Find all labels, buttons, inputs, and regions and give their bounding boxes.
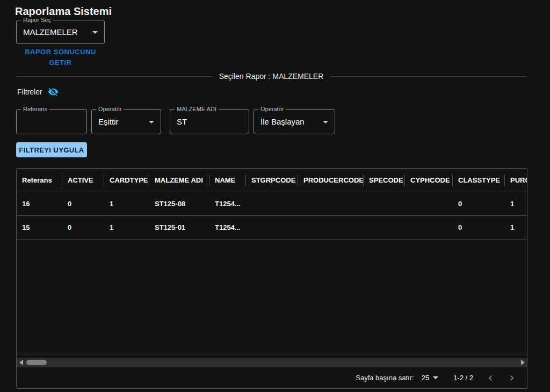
table-cell: 0 [62, 215, 104, 239]
filter-input-referans[interactable]: Referans [16, 109, 87, 134]
table-cell [298, 215, 364, 239]
column-header-active[interactable]: ACTIVE [62, 169, 104, 192]
column-header-cyphcode[interactable]: CYPHCODE [405, 169, 453, 192]
fetch-report-button[interactable]: RAPOR SONUCUNU GETIR [16, 47, 105, 68]
filter-operator-1-label: Operatör [96, 106, 124, 113]
table-cell: T1254... [209, 192, 246, 215]
filter-input-malzeme-adi[interactable]: MALZEME ADI ST [170, 109, 249, 134]
column-header-classtype[interactable]: CLASSTYPE [453, 169, 505, 192]
fetch-report-label-line1: RAPOR SONUCUNU [16, 47, 105, 57]
rows-per-page-select[interactable]: 25 [422, 374, 438, 382]
divider-line-right [330, 76, 526, 77]
filter-malzeme-adi-value: ST [170, 117, 187, 126]
table-cell: 15 [17, 215, 62, 239]
table-cell: 0 [453, 192, 505, 215]
rows-per-page-value: 25 [422, 374, 429, 382]
filter-operator-2-value: İle Başlayan [254, 117, 305, 126]
caret-down-icon [433, 376, 438, 379]
filter-operator-1-value: Eşittir [92, 117, 119, 126]
horizontal-scrollbar [17, 354, 527, 367]
filter-referans-label: Referans [21, 106, 49, 113]
table-cell: ST125-08 [149, 192, 209, 215]
filter-operator-select-1[interactable]: Operatör Eşittir [91, 109, 161, 134]
table-cell [405, 215, 453, 239]
column-header-malzeme-adi[interactable]: MALZEME ADI [149, 169, 209, 192]
selected-report-divider: Seçilen Rapor : MALZEMELER [16, 72, 526, 81]
report-select-label: Rapor Seç [21, 17, 53, 24]
column-header-purc[interactable]: PURC [505, 169, 527, 192]
scroll-right-button[interactable] [519, 360, 526, 365]
page-title: Raporlama Sistemi [15, 5, 112, 18]
caret-down-icon [323, 121, 328, 124]
pagination-nav [484, 372, 518, 384]
table-cell [246, 215, 298, 239]
filter-operator-select-2[interactable]: Operatör İle Başlayan [254, 109, 335, 134]
table-cell: 1 [104, 192, 149, 215]
report-select-value: MALZEMELER [17, 27, 78, 37]
filter-malzeme-adi-label: MALZEME ADI [175, 106, 219, 113]
column-header-cardtype[interactable]: CARDTYPE [104, 169, 149, 192]
table-empty-area [17, 239, 527, 354]
table-row[interactable]: 16 0 1 ST125-08 T1254... 0 1 [17, 192, 527, 215]
prev-page-button[interactable] [484, 372, 497, 384]
table-cell: 0 [62, 192, 104, 215]
chevron-right-icon [506, 373, 517, 383]
pagination-range: 1-2 / 2 [453, 374, 473, 382]
fetch-report-label-line2: GETIR [16, 57, 105, 68]
table-cell: 1 [505, 192, 527, 215]
table-cell [364, 192, 405, 215]
selected-report-label: Seçilen Rapor : MALZEMELER [213, 72, 330, 81]
table-cell [364, 215, 405, 239]
divider-line-left [16, 76, 213, 77]
arrow-right-icon [521, 360, 525, 365]
next-page-button[interactable] [505, 372, 518, 384]
table-cell: 1 [505, 215, 527, 239]
table-cell [405, 192, 453, 215]
filters-title: Filtreler [17, 88, 42, 96]
column-header-stgrpcode[interactable]: STGRPCODE [246, 169, 298, 192]
caret-down-icon [149, 121, 154, 124]
table-cell [246, 192, 298, 215]
scrollbar-thumb[interactable] [26, 360, 47, 365]
column-header-referans[interactable]: Referans [17, 169, 62, 192]
filters-visibility-toggle[interactable] [47, 86, 59, 98]
apply-filter-button[interactable]: FILTREYI UYGULA [16, 142, 87, 157]
table-header-row: Referans ACTIVE CARDTYPE MALZEME ADI NAM… [17, 169, 527, 192]
arrow-left-icon [19, 360, 23, 365]
rows-per-page-label: Sayfa başına satır: [356, 374, 414, 382]
filters-header: Filtreler [17, 86, 59, 98]
caret-down-icon [92, 31, 98, 34]
visibility-off-icon [48, 86, 59, 97]
table-cell [298, 192, 364, 215]
column-header-specode[interactable]: SPECODE [364, 169, 405, 192]
report-select[interactable]: Rapor Seç MALZEMELER [16, 20, 105, 44]
pagination-bar: Sayfa başına satır: 25 1-2 / 2 [17, 367, 527, 388]
table-row[interactable]: 15 0 1 ST125-01 T1254... 0 1 [17, 215, 527, 239]
column-header-producercode[interactable]: PRODUCERCODE [298, 169, 364, 192]
data-table: Referans ACTIVE CARDTYPE MALZEME ADI NAM… [16, 168, 527, 389]
table-cell: ST125-01 [149, 215, 209, 239]
chevron-left-icon [485, 373, 496, 383]
table-scroll-area: Referans ACTIVE CARDTYPE MALZEME ADI NAM… [17, 169, 527, 239]
scroll-left-button[interactable] [18, 360, 24, 365]
table-cell: T1254... [209, 215, 246, 239]
column-header-name[interactable]: NAME [209, 169, 246, 192]
table-cell: 1 [104, 215, 149, 239]
filter-operator-2-label: Operatör [258, 106, 286, 113]
scrollbar-track[interactable] [17, 358, 527, 367]
table-cell: 16 [17, 192, 62, 215]
table-cell: 0 [453, 215, 505, 239]
